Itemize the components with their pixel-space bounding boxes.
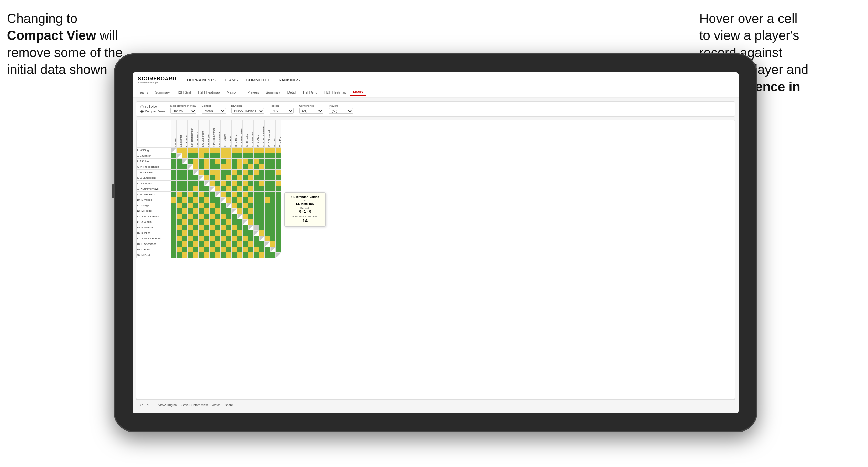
cell-16-1[interactable] <box>177 236 182 241</box>
cell-12-9[interactable] <box>221 214 226 219</box>
cell-17-16[interactable] <box>259 241 265 247</box>
cell-11-10[interactable] <box>226 208 232 214</box>
compact-view-option[interactable]: Compact View <box>140 110 165 113</box>
cell-9-7[interactable] <box>210 197 215 203</box>
cell-9-15[interactable] <box>254 197 259 203</box>
cell-7-19[interactable] <box>276 186 281 192</box>
cell-9-10[interactable] <box>226 197 232 203</box>
cell-13-9[interactable] <box>221 219 226 225</box>
cell-17-15[interactable] <box>254 241 259 247</box>
cell-13-7[interactable] <box>210 219 215 225</box>
cell-7-5[interactable] <box>199 186 204 192</box>
cell-17-17[interactable] <box>265 241 270 247</box>
cell-17-7[interactable] <box>210 241 215 247</box>
cell-4-2[interactable] <box>182 170 188 175</box>
cell-3-9[interactable] <box>221 164 226 170</box>
cell-9-13[interactable] <box>243 197 248 203</box>
cell-3-10[interactable] <box>226 164 232 170</box>
cell-9-18[interactable] <box>270 197 276 203</box>
cell-10-8[interactable] <box>215 203 221 208</box>
cell-11-14[interactable] <box>248 208 254 214</box>
cell-5-1[interactable] <box>177 175 182 181</box>
nav-committee[interactable]: COMMITTEE <box>246 76 271 83</box>
subnav-summary-right[interactable]: Summary <box>263 89 283 96</box>
cell-7-8[interactable] <box>215 186 221 192</box>
cell-18-11[interactable] <box>232 247 237 252</box>
cell-18-13[interactable] <box>243 247 248 252</box>
cell-8-12[interactable] <box>237 192 243 197</box>
subnav-h2h-grid-left[interactable]: H2H Grid <box>174 89 194 96</box>
full-view-option[interactable]: Full View <box>140 105 165 108</box>
conference-select[interactable]: (All) <box>299 108 323 114</box>
cell-7-4[interactable] <box>193 186 199 192</box>
cell-3-15[interactable] <box>254 164 259 170</box>
cell-17-6[interactable] <box>204 241 210 247</box>
cell-0-8[interactable] <box>215 148 221 153</box>
cell-2-4[interactable] <box>193 159 199 164</box>
cell-12-1[interactable] <box>177 214 182 219</box>
cell-14-15[interactable] <box>254 225 259 230</box>
cell-10-7[interactable] <box>210 203 215 208</box>
cell-8-13[interactable] <box>243 192 248 197</box>
cell-4-5[interactable] <box>199 170 204 175</box>
cell-18-10[interactable] <box>226 247 232 252</box>
cell-2-1[interactable] <box>177 159 182 164</box>
cell-13-8[interactable] <box>215 219 221 225</box>
cell-11-7[interactable] <box>210 208 215 214</box>
cell-2-15[interactable] <box>254 159 259 164</box>
cell-12-12[interactable] <box>237 214 243 219</box>
cell-14-8[interactable] <box>215 225 221 230</box>
cell-2-8[interactable] <box>215 159 221 164</box>
cell-17-0[interactable] <box>171 241 177 247</box>
cell-6-19[interactable] <box>276 181 281 186</box>
cell-12-6[interactable] <box>204 214 210 219</box>
cell-16-4[interactable] <box>193 236 199 241</box>
cell-8-17[interactable] <box>265 192 270 197</box>
cell-11-8[interactable] <box>215 208 221 214</box>
cell-5-0[interactable] <box>171 175 177 181</box>
cell-6-18[interactable] <box>270 181 276 186</box>
cell-17-12[interactable] <box>237 241 243 247</box>
cell-14-3[interactable] <box>188 225 193 230</box>
cell-13-1[interactable] <box>177 219 182 225</box>
cell-5-12[interactable] <box>237 175 243 181</box>
cell-8-8[interactable] <box>215 192 221 197</box>
cell-2-13[interactable] <box>243 159 248 164</box>
cell-5-6[interactable] <box>204 175 210 181</box>
cell-19-3[interactable] <box>188 252 193 258</box>
cell-19-4[interactable] <box>193 252 199 258</box>
cell-13-17[interactable] <box>265 219 270 225</box>
cell-18-9[interactable] <box>221 247 226 252</box>
cell-17-14[interactable] <box>248 241 254 247</box>
cell-3-2[interactable] <box>182 164 188 170</box>
cell-13-14[interactable] <box>248 219 254 225</box>
cell-17-9[interactable] <box>221 241 226 247</box>
cell-8-7[interactable] <box>210 192 215 197</box>
subnav-summary-left[interactable]: Summary <box>152 89 172 96</box>
cell-11-0[interactable] <box>171 208 177 214</box>
cell-3-13[interactable] <box>243 164 248 170</box>
cell-6-0[interactable] <box>171 181 177 186</box>
subnav-h2h-heatmap-left[interactable]: H2H Heatmap <box>195 89 222 96</box>
cell-13-15[interactable] <box>254 219 259 225</box>
cell-2-14[interactable] <box>248 159 254 164</box>
cell-15-14[interactable] <box>248 230 254 236</box>
cell-15-1[interactable] <box>177 230 182 236</box>
cell-8-4[interactable] <box>193 192 199 197</box>
cell-4-13[interactable] <box>243 170 248 175</box>
cell-11-15[interactable] <box>254 208 259 214</box>
cell-11-1[interactable] <box>177 208 182 214</box>
cell-8-14[interactable] <box>248 192 254 197</box>
cell-13-6[interactable] <box>204 219 210 225</box>
cell-8-10[interactable] <box>226 192 232 197</box>
cell-12-10[interactable] <box>226 214 232 219</box>
cell-2-3[interactable] <box>188 159 193 164</box>
cell-0-0[interactable] <box>171 148 177 153</box>
cell-2-5[interactable] <box>199 159 204 164</box>
subnav-h2h-grid-right[interactable]: H2H Grid <box>300 89 320 96</box>
cell-14-1[interactable] <box>177 225 182 230</box>
cell-11-19[interactable] <box>276 208 281 214</box>
cell-7-6[interactable] <box>204 186 210 192</box>
cell-14-13[interactable] <box>243 225 248 230</box>
cell-18-2[interactable] <box>182 247 188 252</box>
